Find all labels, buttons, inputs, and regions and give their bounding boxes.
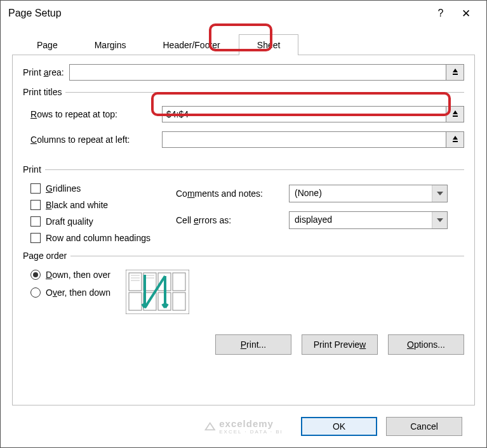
tab-header-footer[interactable]: Header/Footer <box>145 34 239 55</box>
page-order-legend: Page order <box>23 251 70 261</box>
checkbox-icon <box>30 216 41 227</box>
gridlines-check[interactable]: Gridlines <box>30 183 150 194</box>
help-button[interactable]: ? <box>428 8 453 19</box>
svg-rect-0 <box>453 74 458 75</box>
rows-repeat-row: Rows to repeat at top: <box>30 106 464 122</box>
cols-repeat-label: Columns to repeat at left: <box>30 135 154 145</box>
comments-combo[interactable]: (None) <box>289 185 448 202</box>
page-order-content: Down, then over Over, then down <box>30 270 464 314</box>
print-area-label: Print area: <box>23 67 64 77</box>
close-button[interactable]: ✕ <box>453 7 479 20</box>
row-col-headings-check[interactable]: Row and column headings <box>30 233 150 243</box>
collapse-icon <box>451 110 460 119</box>
print-area-collapse-button[interactable] <box>446 64 464 81</box>
cancel-button[interactable]: Cancel <box>386 417 462 436</box>
errors-combo[interactable]: displayed <box>289 211 448 229</box>
dialog-body: Page Margins Header/Footer Sheet Print a… <box>1 26 486 447</box>
checkbox-icon <box>30 200 41 210</box>
radio-icon <box>30 270 41 280</box>
cols-repeat-collapse-button[interactable] <box>446 131 464 148</box>
comments-row: Comments and notes: (None) <box>176 185 448 202</box>
errors-value: displayed <box>289 211 448 229</box>
svg-rect-1 <box>453 115 458 117</box>
cols-repeat-refbox <box>162 131 464 148</box>
page-order-radios: Down, then over Over, then down <box>30 270 110 298</box>
rows-repeat-label: Rows to repeat at top: <box>30 109 154 119</box>
collapse-icon <box>451 135 460 144</box>
rows-repeat-refbox <box>162 106 464 122</box>
tab-margins[interactable]: Margins <box>76 34 145 55</box>
print-combos-col: Comments and notes: (None) Cell errors a… <box>176 185 448 243</box>
print-area-row: Print area: <box>23 64 464 81</box>
print-area-refbox <box>69 64 464 81</box>
panel-buttons: Print... Print Preview Options... <box>23 322 464 355</box>
chevron-down-icon <box>432 185 447 202</box>
print-group: Print Gridlines Black and white Draft qu… <box>23 164 464 243</box>
print-titles-group: Print titles Rows to repeat at top: Colu… <box>23 87 464 157</box>
titlebar: Page Setup ? ✕ <box>1 1 486 26</box>
chevron-down-icon <box>432 212 447 228</box>
comments-value: (None) <box>289 185 448 202</box>
svg-rect-8 <box>129 293 142 310</box>
options-button[interactable]: Options... <box>388 334 464 355</box>
down-then-over-radio[interactable]: Down, then over <box>30 270 110 280</box>
dialog-footer: exceldemy EXCEL · DATA · BI OK Cancel <box>12 405 475 447</box>
cols-repeat-input[interactable] <box>162 131 446 148</box>
ok-button[interactable]: OK <box>301 417 377 436</box>
over-then-down-radio[interactable]: Over, then down <box>30 287 110 298</box>
sheet-panel: Print area: Print titles Rows to repeat … <box>12 55 475 405</box>
tab-strip: Page Margins Header/Footer Sheet <box>18 34 475 55</box>
radio-icon <box>30 287 41 298</box>
print-button[interactable]: Print... <box>215 334 291 355</box>
print-area-input[interactable] <box>69 64 446 81</box>
page-setup-dialog: Page Setup ? ✕ Page Margins Header/Foote… <box>0 0 487 448</box>
rows-repeat-collapse-button[interactable] <box>446 106 464 122</box>
page-order-preview-icon <box>126 270 189 314</box>
errors-label: Cell errors as: <box>176 215 283 225</box>
cols-repeat-row: Columns to repeat at left: <box>30 131 464 148</box>
print-checks-col: Gridlines Black and white Draft quality … <box>30 183 150 243</box>
draft-quality-check[interactable]: Draft quality <box>30 216 150 227</box>
checkbox-icon <box>30 183 41 194</box>
print-legend: Print <box>23 164 45 175</box>
svg-rect-2 <box>453 141 458 142</box>
svg-rect-11 <box>173 293 185 310</box>
page-order-group: Page order Down, then over Over, then do… <box>23 251 464 314</box>
print-preview-button[interactable]: Print Preview <box>302 334 378 355</box>
errors-row: Cell errors as: displayed <box>176 211 448 229</box>
svg-rect-7 <box>173 273 185 291</box>
comments-label: Comments and notes: <box>176 188 283 199</box>
print-options: Gridlines Black and white Draft quality … <box>30 183 464 243</box>
black-white-check[interactable]: Black and white <box>30 200 150 210</box>
rows-repeat-input[interactable] <box>162 106 446 122</box>
checkbox-icon <box>30 233 41 243</box>
collapse-icon <box>451 68 460 77</box>
watermark: exceldemy EXCEL · DATA · BI <box>204 418 283 435</box>
dialog-title: Page Setup <box>8 8 428 19</box>
watermark-icon <box>204 421 215 432</box>
tab-page[interactable]: Page <box>18 34 76 55</box>
print-titles-legend: Print titles <box>23 87 65 97</box>
tab-sheet[interactable]: Sheet <box>239 34 299 55</box>
